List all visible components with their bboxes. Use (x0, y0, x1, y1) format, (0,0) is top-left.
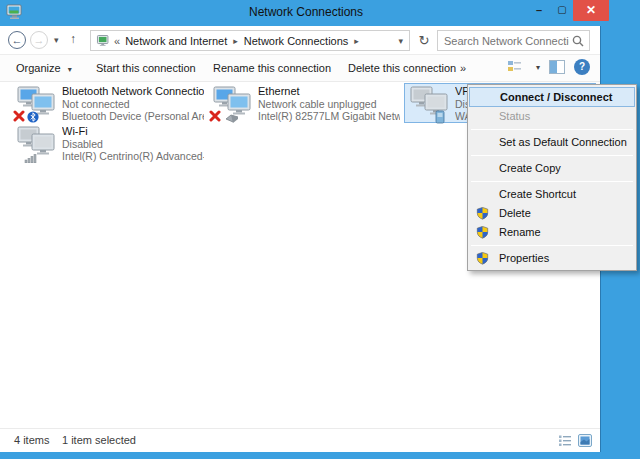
uac-shield-icon (476, 207, 489, 220)
menu-separator (471, 129, 633, 130)
back-button[interactable]: ← (8, 31, 26, 49)
uac-shield-icon (476, 226, 489, 239)
bluetooth-icon (27, 111, 39, 123)
menu-item-label: Properties (499, 252, 549, 264)
organize-label: Organize (16, 62, 61, 74)
minimize-button[interactable]: – (528, 0, 550, 21)
breadcrumb[interactable]: « Network and Internet ▸ Network Connect… (90, 30, 410, 51)
rename-connection-button[interactable]: Rename this connection (205, 55, 339, 81)
search-box[interactable] (437, 30, 590, 51)
connection-device: Intel(R) Centrino(R) Advanced-N ... (62, 150, 204, 162)
connection-name: Wi-Fi (62, 125, 204, 138)
recent-pages-dropdown-icon[interactable]: ▾ (54, 35, 59, 45)
search-icon[interactable] (572, 35, 584, 47)
disconnected-x-icon (209, 110, 221, 122)
uac-shield-icon (476, 252, 489, 265)
toolbar-overflow-button[interactable]: » (452, 55, 474, 81)
address-dropdown-icon[interactable]: ▾ (398, 36, 403, 46)
connection-status: Not connected (62, 98, 204, 110)
up-button[interactable]: ↑ (70, 32, 76, 46)
ethernet-plug-icon (225, 113, 240, 123)
breadcrumb-collapse-chevron[interactable]: « (114, 35, 120, 47)
connection-name: Ethernet (258, 85, 400, 98)
menu-item-rename[interactable]: Rename (469, 223, 635, 242)
menu-item-create-shortcut[interactable]: Create Shortcut (469, 185, 635, 204)
connection-name: Bluetooth Network Connection (62, 85, 204, 98)
connection-item-ethernet[interactable]: Ethernet Network cable unplugged Intel(R… (208, 84, 400, 124)
selected-count: 1 item selected (62, 434, 136, 446)
menu-separator (471, 245, 633, 246)
disconnected-x-icon (13, 110, 25, 122)
refresh-button[interactable]: ↻ (415, 32, 433, 50)
large-icons-view-icon[interactable] (578, 434, 592, 447)
screen: Network Connections – ▢ ✕ ← → ▾ ↑ « Netw… (0, 0, 640, 459)
menu-item-set-default[interactable]: Set as Default Connection (469, 133, 635, 152)
menu-item-label: Delete (499, 207, 531, 219)
menu-item-status: Status (469, 107, 635, 126)
menu-item-properties[interactable]: Properties (469, 249, 635, 268)
menu-item-label: Rename (499, 226, 541, 238)
command-bar: Organize ▾ Start this connection Rename … (0, 55, 600, 82)
window-title: Network Connections (0, 0, 612, 26)
menu-separator (471, 155, 633, 156)
forward-button[interactable]: → (30, 31, 48, 49)
titlebar: Network Connections – ▢ ✕ (0, 0, 612, 26)
wifi-signal-icon (24, 153, 38, 163)
preview-pane-icon[interactable] (549, 60, 565, 74)
menu-item-delete[interactable]: Delete (469, 204, 635, 223)
connection-item-wifi[interactable]: Wi-Fi Disabled Intel(R) Centrino(R) Adva… (12, 124, 204, 164)
connection-status: Network cable unplugged (258, 98, 400, 110)
context-menu: Connect / Disconnect Status Set as Defau… (467, 84, 637, 271)
navigation-bar: ← → ▾ ↑ « Network and Internet ▸ Network… (0, 26, 600, 55)
change-view-icon[interactable] (507, 59, 523, 75)
location-icon (96, 35, 110, 47)
close-button[interactable]: ✕ (573, 0, 609, 21)
vpn-device-icon (435, 110, 445, 124)
organize-button[interactable]: Organize ▾ (8, 55, 80, 81)
details-view-icon[interactable] (558, 434, 572, 447)
network-adapter-icon (16, 86, 58, 120)
connection-device: Intel(R) 82577LM Gigabit Network... (258, 110, 400, 122)
search-input[interactable] (444, 32, 569, 49)
connection-item-bluetooth[interactable]: Bluetooth Network Connection Not connect… (12, 84, 204, 124)
organize-dropdown-icon: ▾ (68, 65, 72, 74)
connection-status: Disabled (62, 138, 204, 150)
breadcrumb-chevron-icon[interactable]: ▸ (233, 36, 238, 46)
start-connection-button[interactable]: Start this connection (88, 55, 204, 81)
breadcrumb-item-network-and-internet[interactable]: Network and Internet (125, 35, 227, 47)
help-icon[interactable]: ? (574, 59, 590, 75)
maximize-button[interactable]: ▢ (551, 0, 573, 21)
menu-item-connect-disconnect[interactable]: Connect / Disconnect (469, 87, 635, 107)
menu-item-create-copy[interactable]: Create Copy (469, 159, 635, 178)
network-adapter-icon (212, 86, 254, 120)
connection-device: Bluetooth Device (Personal Area ... (62, 110, 204, 122)
delete-connection-button[interactable]: Delete this connection (340, 55, 464, 81)
network-adapter-icon (409, 86, 451, 120)
menu-separator (471, 181, 633, 182)
breadcrumb-item-network-connections[interactable]: Network Connections (244, 35, 349, 47)
status-bar: 4 items 1 item selected (0, 428, 600, 452)
items-count: 4 items (14, 434, 49, 446)
change-view-dropdown-icon[interactable]: ▾ (536, 63, 540, 72)
network-adapter-icon (16, 126, 58, 160)
breadcrumb-chevron-icon[interactable]: ▸ (354, 36, 359, 46)
